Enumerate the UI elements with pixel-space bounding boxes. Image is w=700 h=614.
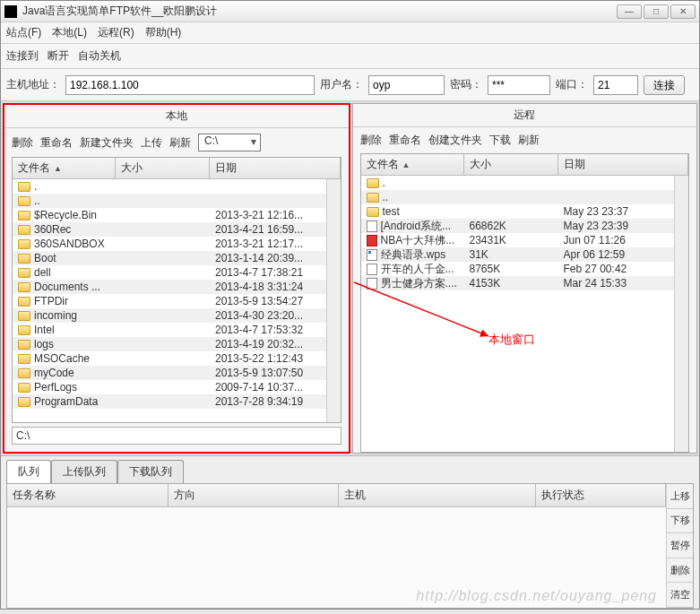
remote-col-name[interactable]: 文件名▲ xyxy=(361,154,464,175)
local-rename[interactable]: 重命名 xyxy=(40,135,73,151)
local-upload[interactable]: 上传 xyxy=(141,135,162,151)
tab-queue[interactable]: 队列 xyxy=(6,460,51,483)
remote-download[interactable]: 下载 xyxy=(489,133,511,148)
folder-icon xyxy=(18,182,30,192)
file-icon xyxy=(367,278,377,290)
folder-icon xyxy=(18,196,30,206)
local-refresh[interactable]: 刷新 xyxy=(169,135,191,151)
local-col-name[interactable]: 文件名▲ xyxy=(13,158,116,178)
folder-icon xyxy=(18,354,30,364)
table-row[interactable]: 男士健身方案....4153KMar 24 15:33 xyxy=(361,276,675,290)
local-toolbar: 删除 重命名 新建文件夹 上传 刷新 C:\ xyxy=(4,128,349,157)
table-row[interactable]: [Android系统...66862KMay 23 23:39 xyxy=(361,219,675,233)
table-row[interactable]: FTPDir2013-5-9 13:54:27 xyxy=(13,294,326,308)
remote-rows[interactable]: ...testMay 23 23:37[Android系统...66862KMa… xyxy=(361,176,675,452)
table-row[interactable]: Boot2013-1-14 20:39... xyxy=(13,251,326,265)
table-row[interactable]: MSOCache2013-5-22 1:12:43 xyxy=(13,351,326,366)
remote-col-date[interactable]: 日期 xyxy=(558,154,689,175)
local-panel-title: 本地 xyxy=(4,105,349,128)
table-row[interactable]: .. xyxy=(13,194,326,208)
queue-col-direction[interactable]: 方向 xyxy=(169,484,339,506)
menu-local[interactable]: 本地(L) xyxy=(52,25,87,40)
drive-combo[interactable]: C:\ xyxy=(198,134,261,151)
folder-icon xyxy=(18,397,30,407)
local-scrollbar[interactable] xyxy=(326,179,341,422)
pass-label: 密码： xyxy=(450,77,482,92)
table-row[interactable]: dell2013-4-7 17:38:21 xyxy=(13,265,326,280)
table-row[interactable]: . xyxy=(13,179,326,194)
connect-button[interactable]: 连接 xyxy=(644,75,685,95)
queue-body: http://blog.csdn.net/ouyang_peng xyxy=(7,507,666,608)
remote-scrollbar[interactable] xyxy=(674,176,688,452)
table-row[interactable]: Intel2013-4-7 17:53:32 xyxy=(13,323,326,337)
table-row[interactable]: 经典语录.wps31KApr 06 12:59 xyxy=(361,247,675,262)
table-row[interactable]: NBA十大拜佛...23431KJun 07 11:26 xyxy=(361,233,675,247)
table-row[interactable]: . xyxy=(361,176,675,190)
table-row[interactable]: testMay 23 23:37 xyxy=(361,204,675,219)
local-file-table: 文件名▲ 大小 日期 ...$Recycle.Bin2013-3-21 12:1… xyxy=(12,157,341,423)
table-row[interactable]: 开车的人千金...8765KFeb 27 00:42 xyxy=(361,262,675,276)
queue-col-status[interactable]: 执行状态 xyxy=(536,484,666,506)
local-newfolder[interactable]: 新建文件夹 xyxy=(80,135,134,151)
menu-site[interactable]: 站点(F) xyxy=(6,25,41,40)
local-rows[interactable]: ...$Recycle.Bin2013-3-21 12:16...360Rec2… xyxy=(13,179,326,422)
local-delete[interactable]: 删除 xyxy=(12,135,33,151)
table-row[interactable]: ProgramData2013-7-28 9:34:19 xyxy=(13,394,326,409)
queue-pause[interactable]: 暂停 xyxy=(667,533,693,558)
table-row[interactable]: 360SANDBOX2013-3-21 12:17... xyxy=(13,237,326,251)
doc-icon xyxy=(367,249,377,261)
queue-move-down[interactable]: 下移 xyxy=(667,509,693,534)
port-input[interactable] xyxy=(593,75,638,95)
queue-move-up[interactable]: 上移 xyxy=(667,484,693,509)
table-row[interactable]: $Recycle.Bin2013-3-21 12:16... xyxy=(13,208,326,222)
minimize-button[interactable]: — xyxy=(617,4,642,19)
table-row[interactable]: .. xyxy=(361,190,675,204)
close-button[interactable]: ✕ xyxy=(670,4,696,19)
table-row[interactable]: myCode2013-5-9 13:07:50 xyxy=(13,366,326,380)
table-row[interactable]: Documents ...2013-4-18 3:31:24 xyxy=(13,280,326,294)
remote-col-size[interactable]: 大小 xyxy=(464,154,558,175)
queue-tabs: 队列 上传队列 下载队列 xyxy=(6,460,694,483)
host-input[interactable] xyxy=(65,75,315,95)
queue-delete[interactable]: 删除 xyxy=(667,558,693,584)
user-input[interactable] xyxy=(368,75,445,95)
queue-clear[interactable]: 清空 xyxy=(667,583,693,608)
file-icon xyxy=(367,264,377,275)
folder-icon xyxy=(18,340,30,350)
maximize-button[interactable]: □ xyxy=(644,4,669,19)
remote-rename[interactable]: 重命名 xyxy=(389,133,421,148)
folder-icon xyxy=(18,325,30,335)
remote-createfolder[interactable]: 创建文件夹 xyxy=(428,133,482,148)
table-row[interactable]: PerfLogs2009-7-14 10:37... xyxy=(13,380,326,394)
connection-bar: 主机地址： 用户名： 密码： 端口： 连接 xyxy=(1,69,699,101)
app-icon xyxy=(4,5,17,18)
remote-refresh[interactable]: 刷新 xyxy=(518,133,540,148)
folder-icon xyxy=(18,268,30,278)
sort-asc-icon: ▲ xyxy=(54,164,62,173)
folder-icon xyxy=(18,211,30,221)
folder-icon xyxy=(18,311,30,321)
titlebar: Java语言实现简单FTP软件__欧阳鹏设计 — □ ✕ xyxy=(1,1,699,22)
menu-remote[interactable]: 远程(R) xyxy=(98,25,134,40)
menu-help[interactable]: 帮助(H) xyxy=(145,25,182,40)
annotation-label: 本地窗口 xyxy=(488,332,535,348)
table-row[interactable]: logs2013-4-19 20:32... xyxy=(13,337,326,351)
queue-col-host[interactable]: 主机 xyxy=(339,484,536,506)
local-col-size[interactable]: 大小 xyxy=(116,158,210,178)
folder-icon xyxy=(367,207,379,217)
pass-input[interactable] xyxy=(488,75,550,95)
file-icon xyxy=(367,221,377,232)
tab-download[interactable]: 下载队列 xyxy=(117,460,184,483)
remote-delete[interactable]: 删除 xyxy=(360,133,382,148)
edit-connect[interactable]: 连接到 xyxy=(6,48,39,64)
table-row[interactable]: 360Rec2013-4-21 16:59... xyxy=(13,222,326,237)
queue-col-name[interactable]: 任务名称 xyxy=(7,484,169,506)
edit-autopoweroff[interactable]: 自动关机 xyxy=(78,48,121,64)
folder-icon xyxy=(18,254,30,264)
sort-asc-icon: ▲ xyxy=(402,160,410,169)
edit-disconnect[interactable]: 断开 xyxy=(48,48,69,64)
tab-upload[interactable]: 上传队列 xyxy=(51,460,117,483)
local-col-date[interactable]: 日期 xyxy=(210,158,341,178)
remote-file-table: 文件名▲ 大小 日期 ...testMay 23 23:37[Android系统… xyxy=(360,153,690,453)
table-row[interactable]: incoming2013-4-30 23:20... xyxy=(13,308,326,323)
